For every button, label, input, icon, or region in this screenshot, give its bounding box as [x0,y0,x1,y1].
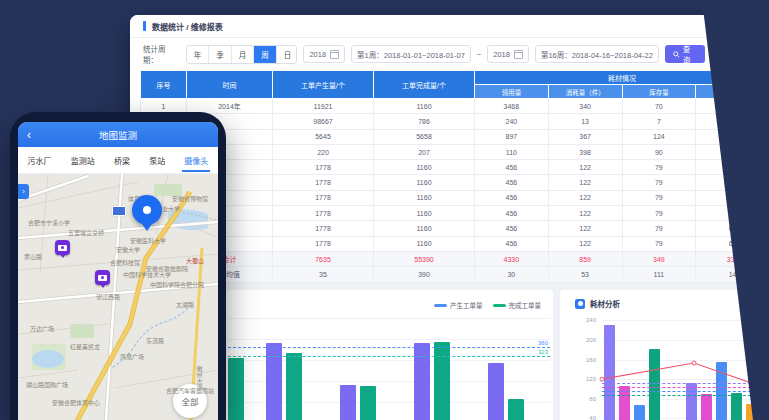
calendar-icon [330,50,339,59]
poi-label: 安徽合肥体育中心 [52,400,100,406]
poi-label: 安徽省歌舞剧院 [146,266,188,272]
poi-label: 五里墩立交桥 [68,230,104,236]
poi-label: 安徽省博物馆 [172,196,208,202]
panel-expand-button[interactable]: › [18,184,29,199]
map-view[interactable]: › 全部 五里墩立交桥合肥市宁溪小学体育馆安徽农业大学安徽省博物馆安徽医科大学安… [18,174,218,420]
table-cell: 19 [696,144,769,159]
period-option-日[interactable]: 日 [277,46,298,63]
filter-bar: 统计周期： 年季月周日 2018 第1周：2018-01-01~2018-01-… [130,38,769,70]
table-cell: 390 [374,267,475,282]
y-axis-tick: 80 [578,396,596,402]
start-year-select[interactable]: 2018 [303,45,345,63]
export-excel-button[interactable]: 导出Excel [711,45,769,63]
start-week-input[interactable]: 第1周：2018-01-01~2018-01-07 [351,45,471,63]
reference-line-value: 360 [538,340,548,346]
reference-line [228,356,550,357]
table-cell: 1778 [273,160,374,175]
consumables-chart-card: 耗材分析 2402001601208040 [560,290,769,420]
table-cell: 110 [475,144,549,159]
bar-consumable [686,383,697,420]
table-row: 8177811604561227967 [141,206,769,221]
camera-marker[interactable] [95,270,110,285]
reference-line [228,347,550,348]
table-cell: 5658 [374,129,475,144]
bar-produced [340,385,356,420]
end-year-select[interactable]: 2018 [487,45,529,63]
table-cell: 250 [696,99,769,114]
col-subheader-0: 领用量 [475,85,549,99]
camera-marker[interactable] [55,240,70,255]
table-cell: 1778 [273,206,374,221]
table-cell: 332 [696,251,769,266]
tab-摄像头[interactable]: 摄像头 [184,149,208,172]
poi-label: 大蜀山 [186,258,204,264]
poi-label: 中国科学院合肥分院 [150,282,204,288]
table-cell: 79 [622,236,696,251]
phone-screen: ‹ 地图监测 污水厂监测站桥梁泵站摄像头 [18,122,218,420]
table-cell: 1160 [374,160,475,175]
table-cell: 1778 [273,236,374,251]
table-cell: 4330 [475,251,549,266]
poi-label: 合肥汽车客运南站 [166,388,214,394]
period-option-季[interactable]: 季 [209,46,232,63]
col-header-time: 时间 [187,71,273,99]
back-chevron-icon[interactable]: ‹ [27,130,31,140]
tab-桥梁[interactable]: 桥梁 [114,149,130,172]
table-cell: 35 [273,267,374,282]
table-cell: 122 [548,190,622,205]
chart-legend: 产生工单量完成工单量 [434,300,541,310]
table-cell: 7635 [273,251,374,266]
table-cell: 79 [622,190,696,205]
app-header: ‹ 地图监测 [18,122,218,147]
camera-icon [58,245,67,251]
table-cell: 98667 [273,114,374,129]
map-category-tabs: 污水厂监测站桥梁泵站摄像头 [18,147,218,174]
table-cell: 79 [622,160,696,175]
table-cell: 67 [696,221,769,236]
table-row: 7177811604561227967 [141,190,769,205]
period-option-年[interactable]: 年 [187,46,210,63]
legend-item[interactable]: 产生工单量 [434,300,483,310]
tab-污水厂[interactable]: 污水厂 [28,149,52,172]
chart-legend-swatch [741,303,757,306]
table-cell: 1160 [374,99,475,114]
table-cell: 79 [622,221,696,236]
period-option-周[interactable]: 周 [254,46,277,63]
tab-监测站[interactable]: 监测站 [71,149,95,172]
poi-label: 徽州大道 [196,366,202,390]
col-header-num: 序号 [141,71,187,99]
table-cell: 7 [622,114,696,129]
end-week-input[interactable]: 第16周：2018-04-16~2018-04-22 [535,45,659,63]
chart-header: 耗材分析 [575,298,620,309]
app-title: 地图监测 [99,128,137,142]
average-dashed-line [602,387,766,388]
y-axis-tick: 200 [578,337,596,343]
legend-item[interactable]: 完成工单量 [493,300,542,310]
reference-line-value: 323 [538,349,548,355]
table-cell: 456 [475,160,549,175]
col-subheader-2: 库存量 [622,85,696,99]
tab-泵站[interactable]: 泵站 [149,149,165,172]
selected-location-pin[interactable] [132,195,162,225]
gridline [602,320,766,321]
col-subheader-1: 消耗量（件） [548,85,622,99]
poi-label: 万达广场 [30,326,54,332]
gridline [602,379,766,380]
average-dashed-line [602,395,766,396]
table-row: 9177811604561227967 [141,221,769,236]
table-row: 5177811604561227967 [141,160,769,175]
camera-icon [98,275,107,281]
legend-swatch [493,304,506,307]
query-button[interactable]: 查询 [665,45,706,63]
workorder-chart-card: 产生工单量完成工单量 360323 [225,290,553,420]
table-cell: 456 [475,175,549,190]
bar-completed [228,358,244,420]
bar-completed [286,353,302,420]
road-shield-badge [112,206,126,216]
phone-mockup: ‹ 地图监测 污水厂监测站桥梁泵站摄像头 [10,112,226,420]
table-cell: 67 [696,190,769,205]
period-option-月[interactable]: 月 [232,46,255,63]
bar-consumable [746,404,757,420]
table-cell: 207 [374,144,475,159]
average-dashed-line [602,383,766,384]
